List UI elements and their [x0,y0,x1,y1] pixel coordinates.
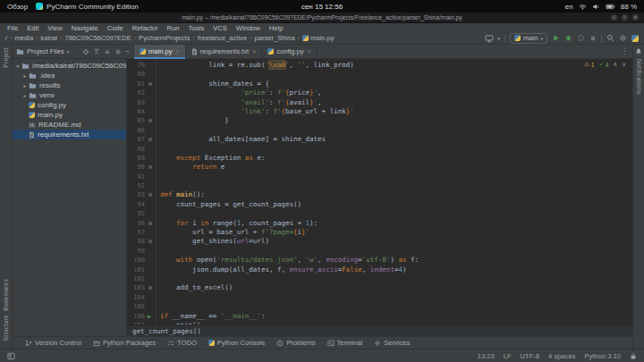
expand-all-icon[interactable] [93,48,100,55]
tree-item[interactable]: ▾/media/kairat/786C09C56C097EDE/P [13,61,126,71]
menu-code[interactable]: Code [107,24,123,32]
file-encoding[interactable]: UTF-8 [521,352,540,360]
fold-marker-icon[interactable] [148,222,152,225]
tree-item[interactable]: main.py [13,110,126,120]
python-interpreter[interactable]: Python 3.10 [584,352,621,360]
fold-marker-icon[interactable] [148,193,152,197]
search-everywhere-icon[interactable] [606,34,614,42]
indent-style[interactable]: 4 spaces [548,352,575,360]
python-file-icon [140,48,146,55]
tree-item[interactable]: config.py [13,100,126,110]
tool-window-project[interactable]: Project [3,47,9,68]
code-area[interactable]: 79 link = re.sub('\xa0', '', link_prod)8… [127,59,632,324]
tool-window-button-problems[interactable]: Problems [276,339,315,347]
menu-tools[interactable]: Tools [188,24,204,32]
tree-item[interactable]: ▸.idea [13,71,126,80]
tool-window-button-python-console[interactable]: Python Console [208,339,266,347]
tool-window-button-terminal[interactable]: Terminal [327,339,363,347]
breadcrumb-item[interactable]: main.py [302,34,335,42]
project-view-selector[interactable]: Project Files [27,47,64,55]
inspections-widget[interactable]: ⚠1 ✓4 ∧ ∨ [584,61,626,68]
code-text: get_shines(url=url) [157,237,269,246]
menu-help[interactable]: Help [269,24,284,32]
tree-item[interactable]: ▸results [13,80,126,90]
run-button[interactable] [552,34,560,42]
tab-main.py[interactable]: main.py× [134,45,186,58]
stop-button[interactable] [589,35,597,42]
breadcrumb-item[interactable]: media [14,34,33,42]
tool-window-button-python-packages[interactable]: Python Packages [93,339,156,347]
chevron-collapsed-icon[interactable]: ▸ [21,73,29,79]
code-editor[interactable]: ⚠1 ✓4 ∧ ∨ 79 link = re.sub('\xa0', '', l… [127,59,632,336]
breadcrumb-item[interactable]: freelance_active [198,34,247,42]
fold-marker-icon[interactable] [148,138,152,141]
menu-refactor[interactable]: Refactor [132,24,158,32]
menu-file[interactable]: File [7,24,18,32]
fold-marker-icon[interactable] [148,240,152,243]
run-target-icon[interactable] [485,34,494,43]
editor-breadcrumbs[interactable]: get_count_pages() [127,324,632,336]
menu-view[interactable]: View [47,24,62,32]
menu-vcs[interactable]: VCS [213,24,227,32]
chevron-expanded-icon[interactable]: ▾ [14,63,21,69]
project-tree-panel[interactable]: ▾/media/kairat/786C09C56C097EDE/P▸.idea▸… [13,59,127,336]
tool-window-button-todo[interactable]: TODO [167,339,197,347]
breadcrumb-item[interactable]: kairat [41,34,58,42]
menu-run[interactable]: Run [167,24,180,32]
volume-icon[interactable] [592,3,600,11]
battery-icon[interactable] [606,3,615,11]
tree-item[interactable]: README.md [13,120,126,130]
fold-marker-icon[interactable] [148,286,152,290]
breadcrumb-item[interactable]: parser_Shina [254,34,294,42]
tab-config.py[interactable]: config.py× [262,45,318,58]
hide-panel-icon[interactable]: − [125,49,130,55]
minimize-button[interactable]: – [611,14,617,21]
next-problem-icon[interactable]: ∨ [622,61,626,68]
close-icon[interactable]: × [176,48,180,55]
window-title-bar[interactable]: main.py – /media/kairat/786C09C56C097EDE… [0,13,644,23]
activities-button[interactable]: Обзор [7,3,28,11]
tool-window-structure[interactable]: Structure [3,315,9,341]
prev-problem-icon[interactable]: ∧ [613,61,617,68]
wifi-icon[interactable] [579,3,587,11]
panel-settings-gear-icon[interactable] [114,48,122,55]
python-logo-icon[interactable] [631,35,639,42]
keyboard-layout-indicator[interactable]: en [565,3,573,11]
chevron-collapsed-icon[interactable]: ▸ [21,93,29,98]
breadcrumb-item[interactable]: / [5,34,7,42]
run-line-icon[interactable]: ▶ [148,312,151,321]
tool-window-notifications[interactable]: Notifications [636,59,642,95]
tool-window-bookmarks[interactable]: Bookmarks [3,279,9,311]
collapse-all-icon[interactable] [104,48,111,55]
project-panel-header[interactable]: Project Files ▾ − [13,45,134,58]
tool-window-button-version-control[interactable]: Version Control [25,339,81,347]
close-icon[interactable]: × [308,48,311,55]
line-separator[interactable]: LF [504,352,512,360]
breadcrumb-item[interactable]: 786C09C56C097EDE [64,34,131,42]
menu-window[interactable]: Window [236,24,260,32]
settings-gear-icon[interactable] [619,34,627,42]
tool-window-switcher-icon[interactable] [7,352,15,360]
tab-requirements.txt[interactable]: requirements.txt× [186,45,263,58]
breadcrumb-item[interactable]: PycharmProjects [139,34,190,42]
notifications-bell-icon[interactable] [635,47,642,55]
locate-file-icon[interactable] [82,48,89,55]
close-button[interactable]: × [632,14,639,21]
maximize-button[interactable]: ▫ [622,14,628,21]
fold-marker-icon[interactable] [148,119,152,122]
close-icon[interactable]: × [252,48,256,55]
run-config-selector[interactable]: main ▾ [510,33,547,44]
coverage-button[interactable] [577,34,585,42]
menu-navigate[interactable]: Navigate [72,24,98,32]
menu-edit[interactable]: Edit [27,24,38,32]
caret-position[interactable]: 13:23 [478,352,495,360]
debug-button[interactable] [564,34,572,42]
tab-options-icon[interactable]: ⋮ [616,45,632,58]
tree-item[interactable]: ▸venv [13,90,126,100]
fold-marker-icon[interactable] [148,165,152,169]
fold-marker-icon[interactable] [148,82,152,86]
focused-app[interactable]: PyCharm Community Edition [36,3,139,11]
chevron-collapsed-icon[interactable]: ▸ [21,83,29,88]
tree-item[interactable]: requirements.txt [13,130,126,139]
tool-window-button-services[interactable]: Services [374,339,410,347]
